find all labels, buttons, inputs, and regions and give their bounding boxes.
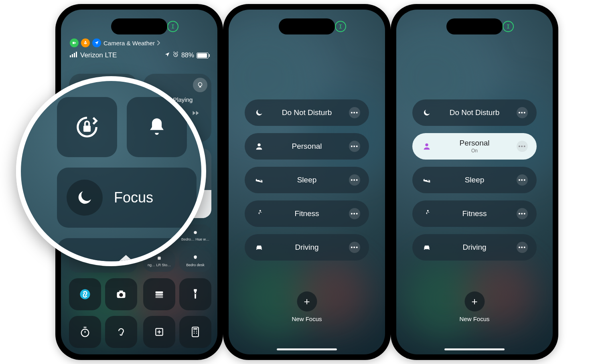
focus-item-label: Personal On <box>432 139 517 154</box>
new-focus-label: New Focus <box>459 315 489 322</box>
focus-item-driving[interactable]: Driving ••• <box>412 234 537 261</box>
focus-item-label: Personal <box>265 142 349 151</box>
svg-rect-17 <box>156 294 163 296</box>
focus-item-label: Driving <box>432 243 517 252</box>
phone3-screen: Do Not Disturb ••• Personal On ••• Sleep… <box>396 10 553 354</box>
focus-mode-list: Do Not Disturb ••• Personal ••• Sleep ••… <box>245 99 369 261</box>
focus-mode-list: Do Not Disturb ••• Personal On ••• Sleep… <box>412 99 537 261</box>
more-icon[interactable]: ••• <box>349 141 360 152</box>
orientation-lock-button-zoom <box>57 97 117 157</box>
next-track-icon[interactable] <box>192 109 200 119</box>
magnifier-callout: Focus <box>16 76 206 266</box>
focus-item-fitness[interactable]: Fitness ••• <box>412 200 537 227</box>
signal-bars-icon <box>70 51 78 59</box>
airplay-icon[interactable] <box>193 78 207 92</box>
chevron-right-icon <box>157 40 160 47</box>
svg-rect-15 <box>119 291 123 293</box>
focus-button-zoom: Focus <box>57 168 197 228</box>
svg-point-12 <box>80 289 90 299</box>
more-icon[interactable]: ••• <box>517 208 528 219</box>
focus-item-sublabel: On <box>432 148 517 154</box>
svg-rect-18 <box>156 296 163 298</box>
quick-note-button[interactable] <box>143 316 175 348</box>
focus-item-driving[interactable]: Driving ••• <box>245 234 369 261</box>
focus-item-label: Fitness <box>265 210 349 218</box>
wallet-button[interactable] <box>143 278 175 310</box>
moon-icon <box>253 108 265 117</box>
svg-point-31 <box>425 144 428 146</box>
focus-item-personal-active[interactable]: Personal On ••• <box>412 133 537 160</box>
hearing-button[interactable] <box>105 316 137 348</box>
svg-point-7 <box>199 83 202 86</box>
more-icon[interactable]: ••• <box>517 107 528 118</box>
svg-rect-27 <box>193 328 197 330</box>
camera-recording-icon <box>70 38 79 47</box>
moon-icon <box>421 108 432 117</box>
more-icon[interactable]: ••• <box>517 174 528 186</box>
svg-point-29 <box>257 144 260 146</box>
svg-rect-2 <box>74 53 75 57</box>
svg-point-23 <box>194 331 195 332</box>
phone2-screen: Do Not Disturb ••• Personal ••• Sleep ••… <box>229 10 385 354</box>
privacy-app-label: Camera & Weather <box>103 40 155 47</box>
plus-icon: + <box>297 291 317 311</box>
alarm-icon <box>172 51 179 59</box>
battery-pct: 88% <box>181 52 194 59</box>
dynamic-island <box>111 18 167 34</box>
more-icon[interactable]: ••• <box>349 174 360 186</box>
phone-frame-3: Do Not Disturb ••• Personal On ••• Sleep… <box>391 4 558 360</box>
shazam-button[interactable] <box>69 278 101 310</box>
svg-point-10 <box>194 231 197 234</box>
privacy-indicator-icon <box>335 21 346 32</box>
more-icon[interactable]: ••• <box>349 242 360 253</box>
more-icon[interactable]: ••• <box>517 141 528 152</box>
timer-button[interactable] <box>69 316 101 348</box>
focus-item-label: Fitness <box>432 210 517 218</box>
new-focus-button[interactable]: + New Focus <box>292 291 322 322</box>
moon-icon <box>67 180 103 216</box>
running-icon <box>253 209 265 218</box>
carrier-label: Verizon LTE <box>80 51 117 59</box>
person-icon <box>421 142 432 151</box>
home-accessory-4[interactable]: Bedro desk <box>179 250 211 272</box>
focus-item-fitness[interactable]: Fitness ••• <box>245 200 369 227</box>
svg-point-24 <box>196 331 197 332</box>
focus-item-sleep[interactable]: Sleep ••• <box>412 167 537 193</box>
focus-item-dnd[interactable]: Do Not Disturb ••• <box>412 99 537 126</box>
microphone-icon <box>81 38 90 47</box>
svg-point-32 <box>427 210 429 212</box>
focus-item-dnd[interactable]: Do Not Disturb ••• <box>245 99 369 126</box>
new-focus-label: New Focus <box>292 315 322 322</box>
svg-rect-16 <box>156 291 163 293</box>
focus-item-sleep[interactable]: Sleep ••• <box>245 167 369 193</box>
running-icon <box>421 209 432 218</box>
more-icon[interactable]: ••• <box>349 107 360 118</box>
focus-item-label: Sleep <box>432 176 517 184</box>
location-active-icon <box>92 38 101 47</box>
home-indicator[interactable] <box>277 348 337 350</box>
person-icon <box>253 142 265 151</box>
privacy-indicator-icon <box>167 21 178 32</box>
new-focus-button[interactable]: + New Focus <box>459 291 489 322</box>
focus-label-zoom: Focus <box>114 189 153 206</box>
phone-frame-2: Do Not Disturb ••• Personal ••• Sleep ••… <box>223 4 391 360</box>
svg-rect-3 <box>76 52 77 57</box>
dynamic-island <box>446 18 503 34</box>
more-icon[interactable]: ••• <box>517 242 528 253</box>
calculator-button[interactable] <box>179 316 211 348</box>
home-indicator[interactable] <box>444 348 505 350</box>
bed-icon <box>421 176 432 184</box>
plus-icon: + <box>464 291 485 311</box>
privacy-pills-row[interactable]: Camera & Weather <box>70 38 160 47</box>
svg-point-20 <box>81 329 89 337</box>
car-icon <box>421 243 432 252</box>
flashlight-button[interactable] <box>179 278 211 310</box>
svg-point-19 <box>195 293 196 294</box>
camera-button[interactable] <box>105 278 137 310</box>
svg-rect-1 <box>72 54 73 57</box>
svg-point-14 <box>119 293 123 297</box>
svg-rect-28 <box>83 125 91 132</box>
focus-item-personal[interactable]: Personal ••• <box>245 133 369 160</box>
focus-item-label: Driving <box>265 243 349 252</box>
more-icon[interactable]: ••• <box>349 208 360 219</box>
